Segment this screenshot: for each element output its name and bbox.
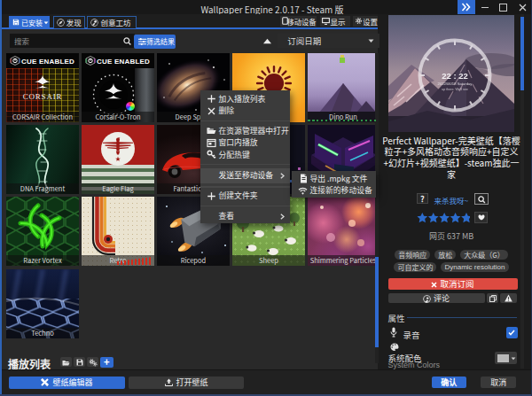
svg-text:22 : 22: 22 : 22 (442, 71, 468, 81)
svg-text:up there. We'll see: up there. We'll see (442, 88, 468, 91)
svg-text:2022/06/18 Saturday: 2022/06/18 Saturday (438, 82, 473, 86)
